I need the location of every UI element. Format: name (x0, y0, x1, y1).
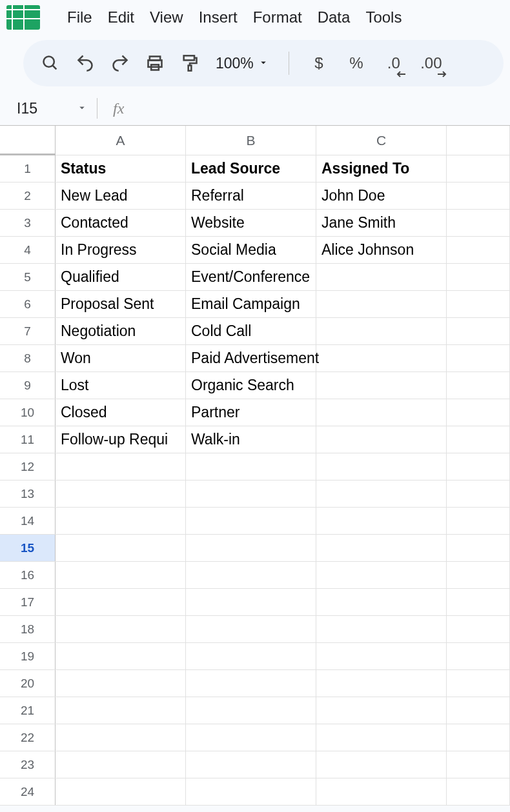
cell[interactable]: Walk-in (186, 426, 316, 453)
cell[interactable]: Event/Conference (186, 264, 316, 290)
row-header[interactable]: 5 (0, 264, 56, 290)
cell[interactable] (316, 589, 447, 615)
cell[interactable]: In Progress (56, 237, 186, 263)
cell[interactable]: Email Campaign (186, 291, 316, 317)
cell[interactable]: John Doe (316, 183, 447, 209)
cell[interactable] (316, 643, 447, 669)
formula-input[interactable] (133, 99, 504, 117)
cell[interactable] (186, 778, 316, 805)
cell[interactable] (316, 778, 447, 805)
cell[interactable] (316, 399, 447, 426)
format-currency-button[interactable]: $ (305, 50, 333, 76)
decrease-decimal-button[interactable]: .0 (380, 50, 408, 76)
cell[interactable] (186, 508, 316, 534)
cell[interactable] (447, 562, 510, 588)
cell[interactable]: Paid Advertisement (186, 345, 316, 371)
cell[interactable]: Alice Johnson (316, 237, 447, 263)
cell[interactable] (56, 751, 186, 778)
cell[interactable] (186, 480, 316, 507)
cell[interactable] (447, 697, 510, 724)
row-header[interactable]: 10 (0, 399, 56, 426)
cell[interactable]: Lost (56, 372, 186, 399)
menu-view[interactable]: View (150, 8, 183, 26)
row-header[interactable]: 4 (0, 237, 56, 263)
cell[interactable]: Status (56, 155, 186, 182)
cell[interactable] (56, 778, 186, 805)
cell[interactable] (316, 508, 447, 534)
cell[interactable] (56, 616, 186, 642)
increase-decimal-button[interactable]: .00 (417, 50, 445, 76)
cell[interactable] (447, 643, 510, 669)
cell[interactable] (316, 453, 447, 480)
cell[interactable]: Social Media (186, 237, 316, 263)
cell[interactable]: Negotiation (56, 318, 186, 344)
cell[interactable] (447, 508, 510, 534)
row-header[interactable]: 21 (0, 697, 56, 724)
cell[interactable] (447, 724, 510, 751)
row-header[interactable]: 3 (0, 210, 56, 236)
cell[interactable] (447, 318, 510, 344)
cell[interactable] (316, 562, 447, 588)
cell[interactable] (56, 589, 186, 615)
row-header[interactable]: 13 (0, 480, 56, 507)
cell[interactable] (447, 264, 510, 290)
cell[interactable]: Follow-up Requi (56, 426, 186, 453)
select-all-corner[interactable] (0, 126, 56, 155)
column-header-C[interactable]: C (316, 126, 447, 155)
row-header[interactable]: 24 (0, 778, 56, 805)
cell[interactable] (316, 535, 447, 561)
cell[interactable] (186, 589, 316, 615)
cell[interactable] (186, 562, 316, 588)
cell[interactable] (447, 426, 510, 453)
cell[interactable] (447, 399, 510, 426)
column-header-B[interactable]: B (186, 126, 316, 155)
cell[interactable]: Organic Search (186, 372, 316, 399)
cell[interactable] (186, 535, 316, 561)
cell[interactable] (186, 724, 316, 751)
row-header[interactable]: 7 (0, 318, 56, 344)
cell[interactable] (316, 616, 447, 642)
cell[interactable] (186, 643, 316, 669)
row-header[interactable]: 22 (0, 724, 56, 751)
row-header[interactable]: 9 (0, 372, 56, 399)
cell[interactable]: Website (186, 210, 316, 236)
cell[interactable] (447, 345, 510, 371)
cell[interactable] (316, 751, 447, 778)
cell[interactable] (316, 697, 447, 724)
row-header[interactable]: 19 (0, 643, 56, 669)
menu-data[interactable]: Data (318, 8, 351, 26)
cell[interactable]: Proposal Sent (56, 291, 186, 317)
row-header[interactable]: 14 (0, 508, 56, 534)
cell[interactable] (186, 670, 316, 697)
row-header[interactable]: 20 (0, 670, 56, 697)
cell[interactable] (56, 670, 186, 697)
cell[interactable] (447, 372, 510, 399)
cell[interactable] (316, 264, 447, 290)
search-icon[interactable] (37, 50, 63, 76)
redo-icon[interactable] (107, 50, 133, 76)
cell[interactable] (186, 616, 316, 642)
cell[interactable] (316, 291, 447, 317)
cell[interactable] (186, 751, 316, 778)
cell[interactable] (316, 670, 447, 697)
column-header-A[interactable]: A (56, 126, 186, 155)
cell[interactable] (56, 643, 186, 669)
cell[interactable] (447, 155, 510, 182)
cell[interactable] (447, 751, 510, 778)
row-header[interactable]: 2 (0, 183, 56, 209)
cell[interactable] (447, 616, 510, 642)
cell[interactable] (447, 589, 510, 615)
cell[interactable] (316, 318, 447, 344)
row-header[interactable]: 17 (0, 589, 56, 615)
cell[interactable] (447, 535, 510, 561)
row-header[interactable]: 6 (0, 291, 56, 317)
menu-tools[interactable]: Tools (365, 8, 402, 26)
cell[interactable]: Jane Smith (316, 210, 447, 236)
column-header-extra[interactable] (447, 126, 510, 155)
menu-edit[interactable]: Edit (108, 8, 134, 26)
paint-format-icon[interactable] (177, 50, 203, 76)
cell[interactable] (316, 372, 447, 399)
cell[interactable] (316, 426, 447, 453)
cell[interactable] (447, 480, 510, 507)
row-header[interactable]: 1 (0, 155, 56, 182)
